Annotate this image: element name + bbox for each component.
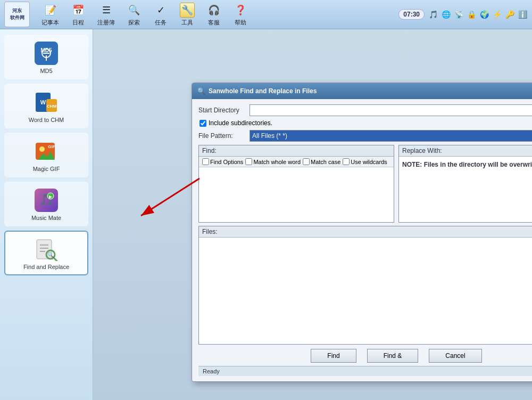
tray-icons: 🎵 🌐 📡 🔒 🌍 ⚡ 🔑 ℹ️ [428,9,528,20]
tools-icon: 🔧 [180,3,195,18]
bottom-buttons: Find Find & Cancel [198,349,532,363]
include-subdirectories-checkbox[interactable] [200,120,206,127]
file-pattern-label: File Pattern: [198,132,246,140]
svg-text:🔍: 🔍 [47,251,54,258]
word-chm-label: Word to CHM [29,117,64,123]
sidebar: MD5 md5 W CHM Word to CHM [0,29,93,400]
find-textarea[interactable] [199,167,394,221]
dialog-title-text: Sanwhole Find and Replace in Files [209,87,317,95]
start-directory-row: Start Directory ▼ Add Del [198,104,532,116]
sidebar-item-md5[interactable]: MD5 md5 [4,35,88,79]
md5-icon: MD5 [33,40,60,67]
find-options-checkbox[interactable] [202,158,209,165]
dialog-title-icon: 🔍 [197,87,205,95]
app-logo: 河东软件网 [4,2,30,27]
match-whole-word-checkbox[interactable] [245,158,252,165]
magic-gif-icon: GIF [33,138,60,165]
service-icon: 🎧 [206,3,221,18]
schedule-icon: 📅 [71,3,86,18]
dialog: 🔍 Sanwhole Find and Replace in Files — □… [192,83,532,382]
start-directory-label: Start Directory [198,107,246,114]
file-pattern-input-group: ▼ [250,130,532,142]
tray-lock: 🔒 [466,9,477,20]
svg-text:CHM: CHM [47,104,57,109]
status-bar: Ready [198,366,532,376]
svg-line-19 [54,258,57,261]
clock-display: 07:30 [398,9,425,20]
tray-power: ⚡ [492,9,502,20]
nav-notes[interactable]: 📝 记事本 [36,1,64,29]
start-directory-input-group: ▼ [250,104,532,116]
svg-line-22 [141,178,200,216]
file-pattern-input[interactable] [250,130,532,142]
tray-net: 🌐 [440,9,451,20]
match-case-checkbox[interactable] [303,158,310,165]
svg-text:GIF: GIF [48,144,55,149]
magic-gif-label: Magic GIF [33,166,60,172]
files-list [199,238,532,344]
tray-globe: 🌍 [479,9,489,20]
replace-panel-header: Replace With: [399,145,532,157]
find-options-row: Find Options Match whole word Match case [199,157,394,167]
files-section: Files: [198,226,532,345]
explore-icon: 🔍 [127,3,142,18]
dialog-body: Start Directory ▼ Add Del Include subdir… [192,99,532,381]
find-options-label[interactable]: Find Options [202,158,243,165]
help-icon: ❓ [233,3,248,18]
sidebar-item-find-replace[interactable]: 🔍 Find and Replace [4,231,88,275]
use-wildcards-label[interactable]: Use wildcards [343,158,387,165]
top-right-area: 07:30 🎵 🌐 📡 🔒 🌍 ⚡ 🔑 ℹ️ [398,9,528,20]
nav-explore[interactable]: 🔍 探索 [121,1,147,29]
word-chm-icon: W CHM [33,89,60,116]
taskbar: 河东软件网 📝 记事本 📅 日程 ☰ 注册簿 🔍 探索 ✓ 任务 🔧 工具 🎧 [0,0,532,29]
main-layout: MD5 md5 W CHM Word to CHM [0,29,532,400]
music-mate-label: Music Mate [31,215,61,221]
sidebar-item-music-mate[interactable]: 🎵 ▶ Music Mate [4,182,88,226]
music-mate-icon: 🎵 ▶ [33,187,60,214]
replace-note: NOTE: Files in the directory will be ove… [399,157,532,173]
replace-panel: Replace With: NOTE: Files in the directo… [398,145,532,223]
nav-schedule[interactable]: 📅 日程 [65,1,91,29]
match-case-label[interactable]: Match case [303,158,340,165]
replace-textarea[interactable] [399,173,532,215]
start-directory-input[interactable] [250,104,532,116]
nav-tools[interactable]: 🔧 工具 [174,1,200,29]
include-subdirectories-row: Include subdirectories. [198,119,532,127]
tray-info: ℹ️ [517,9,528,20]
nav-tasks[interactable]: ✓ 任务 [148,1,173,29]
svg-text:W: W [40,99,46,105]
find-replace-icon: 🔍 [33,236,60,263]
match-whole-word-label[interactable]: Match whole word [245,158,301,165]
files-header: Files: [199,226,532,238]
tray-key: 🔑 [504,9,515,20]
content-area: 🔍 Sanwhole Find and Replace in Files — □… [93,29,532,400]
find-replace-panels: Find: Find Options Match whole word [198,145,532,223]
file-pattern-row: File Pattern: ▼ Add Del [198,130,532,142]
nav-help[interactable]: ❓ 帮助 [228,1,253,29]
dialog-titlebar: 🔍 Sanwhole Find and Replace in Files — □… [192,83,532,99]
md5-label: md5 [40,68,52,74]
svg-text:▶: ▶ [49,194,53,199]
status-text: Ready [203,368,220,374]
find-button[interactable]: Find [311,349,356,363]
cancel-button[interactable]: Cancel [429,349,481,363]
include-subdirectories-label[interactable]: Include subdirectories. [209,119,272,127]
sidebar-item-word-chm[interactable]: W CHM Word to CHM [4,84,88,128]
tasks-icon: ✓ [153,3,168,18]
find-panel-header: Find: [199,145,394,157]
find-replace-label: Find and Replace [23,264,69,270]
nav-register[interactable]: ☰ 注册簿 [92,1,120,29]
find-replace-button[interactable]: Find & [367,349,419,363]
register-icon: ☰ [99,3,114,18]
use-wildcards-checkbox[interactable] [343,158,350,165]
nav-service[interactable]: 🎧 客服 [201,1,227,29]
svg-point-8 [39,146,45,152]
tray-music: 🎵 [428,9,438,20]
notes-icon: 📝 [43,3,58,18]
dialog-title: 🔍 Sanwhole Find and Replace in Files [197,87,317,95]
nav-buttons: 📝 记事本 📅 日程 ☰ 注册簿 🔍 探索 ✓ 任务 🔧 工具 🎧 客服 ❓ [36,1,253,29]
tray-signal: 📡 [453,9,464,20]
sidebar-item-magic-gif[interactable]: GIF Magic GIF [4,133,88,177]
find-panel: Find: Find Options Match whole word [198,145,394,223]
